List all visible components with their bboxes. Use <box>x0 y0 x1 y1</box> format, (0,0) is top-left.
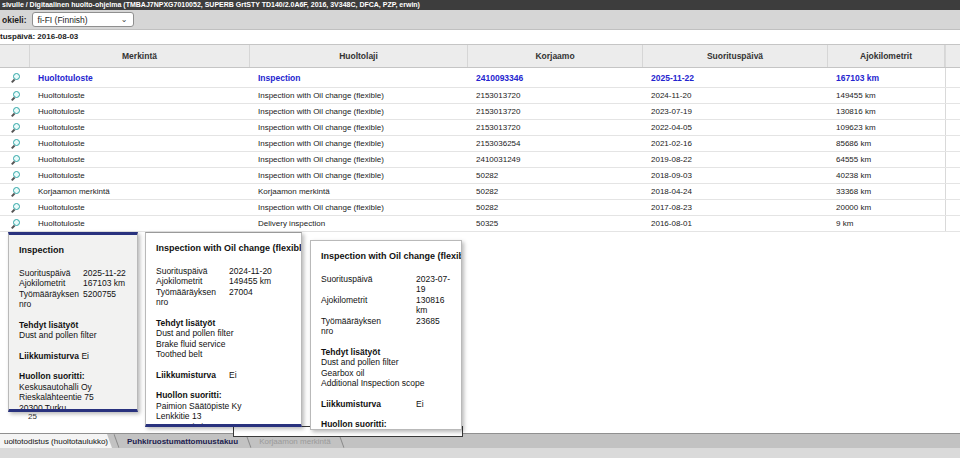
extra-works-section: Tehdyt lisätyöt Dust and pollen filter G… <box>321 347 453 389</box>
magnifier-icon[interactable] <box>10 122 21 133</box>
window-title-text: sivulle / Digitaalinen huolto-ohjelma (T… <box>2 1 420 8</box>
cell-korjaamo: 2153013720 <box>468 123 643 132</box>
mobility-label: Liikkumisturva <box>19 351 79 361</box>
table-row: Huoltotuloste Inspection with Oil change… <box>0 200 960 216</box>
field-value: 149455 km <box>229 276 271 287</box>
extra-works-label: Tehdyt lisätyöt <box>156 318 293 329</box>
app-window: sivulle / Digitaalinen huolto-ohjelma (T… <box>0 0 960 458</box>
cell-huoltolaji: Korjaamon merkintä <box>250 187 468 196</box>
dialog-title: Inspection with Oil change (flexible) <box>156 243 293 254</box>
performed-by-line: Paimion Säätöpiste Ky <box>321 430 453 431</box>
cell-suorituspaiva: 2022-04-05 <box>643 123 828 132</box>
dialog-field: Suorituspäivä 2024-11-20 <box>156 266 293 277</box>
cell-ajokilometrit: 64555 km <box>828 155 945 164</box>
tab-huoltotodistus[interactable]: uoltotodistus (huoltotaulukko) <box>0 434 112 448</box>
cell-huoltolaji: Inspection with Oil change (flexible) <box>250 155 468 164</box>
extra-work-item: Dust and pollen filter <box>156 328 293 339</box>
performed-by-line: Rieskalähteentie 75 <box>19 392 129 403</box>
window-title-bar: sivulle / Digitaalinen huolto-ohjelma (T… <box>0 0 960 10</box>
magnifier-icon[interactable] <box>10 202 21 213</box>
extra-works-section: Tehdyt lisätyöt Dust and pollen filter <box>19 320 129 341</box>
field-label: Ajokilometrit <box>156 276 226 287</box>
cell-huoltolaji-link[interactable]: Inspection <box>250 73 468 83</box>
col-header-huoltolaji: Huoltolaji <box>250 45 468 67</box>
language-toolbar: okieli: fi-FI (Finnish) ⌄ <box>0 10 960 30</box>
col-header-ajokilometrit: Ajokilometrit <box>828 45 945 67</box>
extra-work-item: Brake fluid service <box>156 339 293 350</box>
performed-by-section: Huollon suoritti: Paimion Säätöpiste Ky … <box>321 419 453 430</box>
field-label: Ajokilometrit <box>321 295 391 316</box>
extra-work-item: Toothed belt <box>156 349 293 360</box>
extra-works-section: Tehdyt lisätyöt Dust and pollen filter B… <box>156 318 293 360</box>
dialog-field: Suorituspäivä 2023-07-19 <box>321 274 453 295</box>
language-select[interactable]: fi-FI (Finnish) ⌄ <box>32 12 134 27</box>
magnifier-icon[interactable] <box>10 106 21 117</box>
cell-huoltolaji: Inspection with Oil change (flexible) <box>250 91 468 100</box>
magnifier-icon[interactable] <box>10 186 21 197</box>
table-row: Huoltotuloste Inspection with Oil change… <box>0 152 960 168</box>
inspection-dialog: Inspection Suorituspäivä 2025-11-22 Ajok… <box>8 232 138 412</box>
cell-korjaamo: 2153013720 <box>468 91 643 100</box>
cell-suorituspaiva: 2016-08-01 <box>643 219 828 228</box>
inspection-dialog: Inspection with Oil change (flexible) Su… <box>310 240 462 430</box>
dialog-field: Työmääräyksen nro 23685 <box>321 316 453 337</box>
language-label: okieli: <box>2 15 27 25</box>
tab-puhkiruostumattomuustakuu[interactable]: Puhkiruostumattomuustakuu <box>121 434 244 448</box>
cell-merkinta: Huoltotuloste <box>30 91 250 100</box>
page-number[interactable]: 25 <box>28 412 37 421</box>
cell-suorituspaiva-link[interactable]: 2025-11-22 <box>643 73 828 83</box>
cell-ajokilometrit: 130816 km <box>828 107 945 116</box>
cell-suorituspaiva: 2018-09-03 <box>643 171 828 180</box>
cell-suorituspaiva: 2017-08-23 <box>643 203 828 212</box>
cell-huoltolaji: Inspection with Oil change (flexible) <box>250 203 468 212</box>
cell-merkinta: Huoltotuloste <box>30 203 250 212</box>
dialog-field: Ajokilometrit 167103 km <box>19 278 129 289</box>
field-value: 2024-11-20 <box>229 266 272 277</box>
cell-korjaamo: 50325 <box>468 219 643 228</box>
cell-korjaamo: 50282 <box>468 171 643 180</box>
field-label: Työmääräyksen nro <box>19 289 81 310</box>
cell-ajokilometrit: 85686 km <box>828 139 945 148</box>
col-header-suorituspaiva: Suorituspäivä <box>643 45 828 67</box>
performed-by-label: Huollon suoritti: <box>156 390 293 401</box>
cell-suorituspaiva: 2023-07-19 <box>643 107 828 116</box>
col-header-korjaamo: Korjaamo <box>468 45 643 67</box>
field-value: 2025-11-22 <box>83 268 126 279</box>
magnifier-icon[interactable] <box>10 218 21 229</box>
chevron-down-icon: ⌄ <box>121 16 128 24</box>
performed-by-section: Huollon suoritti: Paimion Säätöpiste Ky … <box>156 390 293 427</box>
magnifier-icon[interactable] <box>10 72 21 83</box>
service-history-table: Merkintä Huoltolaji Korjaamo Suorituspäi… <box>0 44 960 232</box>
performed-by-label: Huollon suoritti: <box>19 371 129 382</box>
inspection-dialog: Inspection with Oil change (flexible) Su… <box>145 232 302 427</box>
table-row: Huoltotuloste Inspection with Oil change… <box>0 88 960 104</box>
performed-by-section: Huollon suoritti: Keskusautohalli Oy Rie… <box>19 371 129 412</box>
table-row: Huoltotuloste Inspection with Oil change… <box>0 104 960 120</box>
cell-merkinta: Huoltotuloste <box>30 155 250 164</box>
cell-korjaamo-link[interactable]: 2410093346 <box>468 73 643 83</box>
dialog-title: Inspection with Oil change (flexible) <box>321 251 453 262</box>
magnifier-icon[interactable] <box>10 170 21 181</box>
table-row: Huoltotuloste Inspection 2410093346 2025… <box>0 68 960 88</box>
extra-work-item: Additional Inspection scope <box>321 378 453 389</box>
dialog-field: Työmääräyksen nro 27004 <box>156 287 293 308</box>
field-label: Työmääräyksen nro <box>321 316 391 337</box>
magnifier-icon[interactable] <box>10 138 21 149</box>
mobility-row: Liikkumisturva Ei <box>156 370 293 381</box>
field-label: Työmääräyksen nro <box>156 287 226 308</box>
cell-suorituspaiva: 2021-02-16 <box>643 139 828 148</box>
cell-ajokilometrit-link[interactable]: 167103 km <box>828 73 945 83</box>
extra-work-item: Dust and pollen filter <box>321 357 453 368</box>
field-label: Suorituspäivä <box>321 274 391 295</box>
magnifier-icon[interactable] <box>10 90 21 101</box>
mobility-value: Ei <box>81 351 89 361</box>
mobility-row: Liikkumisturva Ei <box>19 351 129 362</box>
cell-korjaamo: 50282 <box>468 203 643 212</box>
mobility-row: Liikkumisturva Ei <box>321 399 453 410</box>
cell-korjaamo: 2153013720 <box>468 107 643 116</box>
cell-merkinta-link[interactable]: Huoltotuloste <box>30 73 250 83</box>
field-value: 130816 km <box>416 295 453 316</box>
field-value: 23685 <box>416 316 440 337</box>
magnifier-icon[interactable] <box>10 154 21 165</box>
table-row: Huoltotuloste Inspection with Oil change… <box>0 136 960 152</box>
